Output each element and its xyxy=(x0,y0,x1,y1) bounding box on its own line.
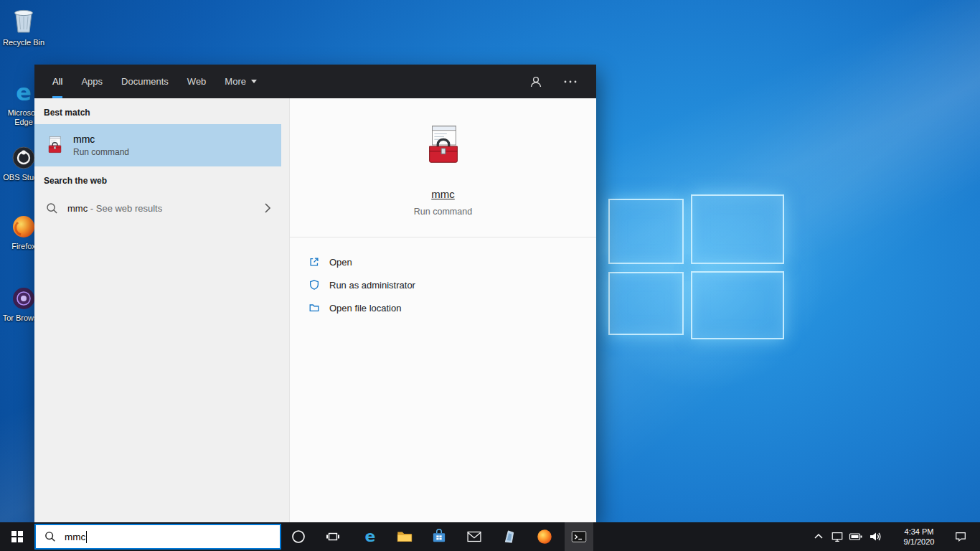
windows-logo-pane xyxy=(608,199,684,264)
taskbar: mmc e xyxy=(0,522,980,551)
taskbar-command-prompt-button[interactable] xyxy=(565,522,593,551)
tab-all[interactable]: All xyxy=(52,65,62,98)
mmc-app-icon-large xyxy=(421,123,466,168)
command-prompt-icon xyxy=(570,527,588,546)
firefox-icon xyxy=(11,214,37,240)
best-match-result[interactable]: mmc Run command xyxy=(34,124,281,166)
clock-time: 4:34 PM xyxy=(905,527,934,537)
result-title: mmc xyxy=(73,133,129,145)
chevron-down-icon xyxy=(251,80,257,83)
mmc-app-icon xyxy=(45,136,65,155)
edge-icon: e xyxy=(361,527,380,546)
folder-location-icon xyxy=(308,302,320,314)
show-hidden-icons-button[interactable] xyxy=(809,522,828,551)
tab-label: Apps xyxy=(81,76,103,87)
action-label: Open file location xyxy=(329,303,401,314)
chevron-up-icon xyxy=(813,531,824,542)
obs-studio-icon xyxy=(11,145,37,171)
search-input-value: mmc xyxy=(65,532,85,542)
tab-label: Documents xyxy=(121,76,169,87)
tray-volume-button[interactable] xyxy=(865,522,885,551)
web-result-text: mmc - See web results xyxy=(67,203,162,214)
preview-title: mmc xyxy=(290,188,596,200)
cortana-icon xyxy=(291,529,306,544)
search-web-header: Search the web xyxy=(34,166,289,192)
ellipsis-icon xyxy=(563,80,578,84)
tray-battery-button[interactable] xyxy=(847,522,865,551)
search-results-column: Best match mmc Run command Search the we… xyxy=(34,98,289,522)
desktop-icon-recycle-bin[interactable]: Recycle Bin xyxy=(1,6,46,47)
user-icon xyxy=(529,75,543,89)
search-icon xyxy=(46,202,58,215)
windows-logo-pane xyxy=(691,271,784,339)
clock-date: 9/1/2020 xyxy=(904,537,935,547)
preview-actions: Open Run as administrator Open file loca… xyxy=(290,237,596,319)
chevron-right-icon xyxy=(264,202,271,214)
svg-text:e: e xyxy=(16,80,32,106)
action-open-file-location[interactable]: Open file location xyxy=(290,296,596,319)
preview-hero: mmc Run command xyxy=(290,98,596,217)
desktop-icon-label: Recycle Bin xyxy=(1,38,46,47)
speaker-icon xyxy=(868,529,882,544)
web-suffix: - See web results xyxy=(88,203,162,214)
search-header: All Apps Documents Web More xyxy=(34,65,596,98)
windows-logo-icon xyxy=(11,531,23,542)
best-match-text: mmc Run command xyxy=(73,133,129,157)
cortana-button[interactable] xyxy=(284,522,313,551)
tab-web[interactable]: Web xyxy=(187,65,207,98)
recycle-bin-icon xyxy=(9,6,38,36)
taskbar-pinned-app-button[interactable] xyxy=(495,522,524,551)
windows-logo-pane xyxy=(608,272,684,335)
search-flyout: All Apps Documents Web More xyxy=(34,65,596,522)
open-icon xyxy=(308,256,320,268)
search-icon xyxy=(44,531,56,542)
action-label: Open xyxy=(329,257,352,268)
tab-more[interactable]: More xyxy=(225,65,257,98)
firefox-icon xyxy=(535,527,554,546)
pinned-app-icon xyxy=(500,527,519,546)
file-explorer-icon xyxy=(395,527,414,546)
web-search-result[interactable]: mmc - See web results xyxy=(34,192,281,224)
action-run-as-administrator[interactable]: Run as administrator xyxy=(290,273,596,296)
tab-label: All xyxy=(52,76,62,87)
text-cursor xyxy=(86,531,87,543)
taskbar-clock[interactable]: 4:34 PM 9/1/2020 xyxy=(894,522,944,551)
taskbar-store-button[interactable] xyxy=(425,522,453,551)
svg-text:e: e xyxy=(365,527,376,545)
search-header-actions xyxy=(527,65,596,98)
tab-apps[interactable]: Apps xyxy=(81,65,103,98)
microsoft-store-icon xyxy=(430,527,448,546)
tray-display-button[interactable] xyxy=(828,522,847,551)
taskbar-firefox-button[interactable] xyxy=(530,522,559,551)
taskbar-edge-button[interactable]: e xyxy=(356,522,385,551)
preview-subtitle: Run command xyxy=(290,207,596,217)
action-open[interactable]: Open xyxy=(290,250,596,273)
options-button[interactable] xyxy=(562,73,579,90)
action-center-button[interactable] xyxy=(946,522,976,551)
preview-pane: mmc Run command Open Run as administrato… xyxy=(289,98,596,522)
task-view-icon xyxy=(326,529,340,544)
web-query: mmc xyxy=(67,203,88,214)
mail-icon xyxy=(465,527,484,546)
tab-label: Web xyxy=(187,76,207,87)
task-view-button[interactable] xyxy=(319,522,347,551)
battery-icon xyxy=(849,529,863,544)
action-center-icon xyxy=(954,530,967,543)
admin-shield-icon xyxy=(308,279,320,291)
taskbar-file-explorer-button[interactable] xyxy=(390,522,419,551)
tab-documents[interactable]: Documents xyxy=(121,65,169,98)
tor-browser-icon xyxy=(11,286,37,311)
best-match-header: Best match xyxy=(34,98,289,124)
tab-label: More xyxy=(225,76,246,87)
taskbar-search-input[interactable]: mmc xyxy=(34,524,281,550)
edge-icon: e xyxy=(11,80,37,106)
account-button[interactable] xyxy=(527,73,545,90)
start-button[interactable] xyxy=(0,522,34,551)
search-tabs: All Apps Documents Web More xyxy=(52,65,257,98)
monitor-icon xyxy=(831,530,844,543)
result-subtitle: Run command xyxy=(73,147,129,157)
taskbar-mail-button[interactable] xyxy=(460,522,489,551)
windows-logo-pane xyxy=(691,194,784,264)
action-label: Run as administrator xyxy=(329,280,415,291)
